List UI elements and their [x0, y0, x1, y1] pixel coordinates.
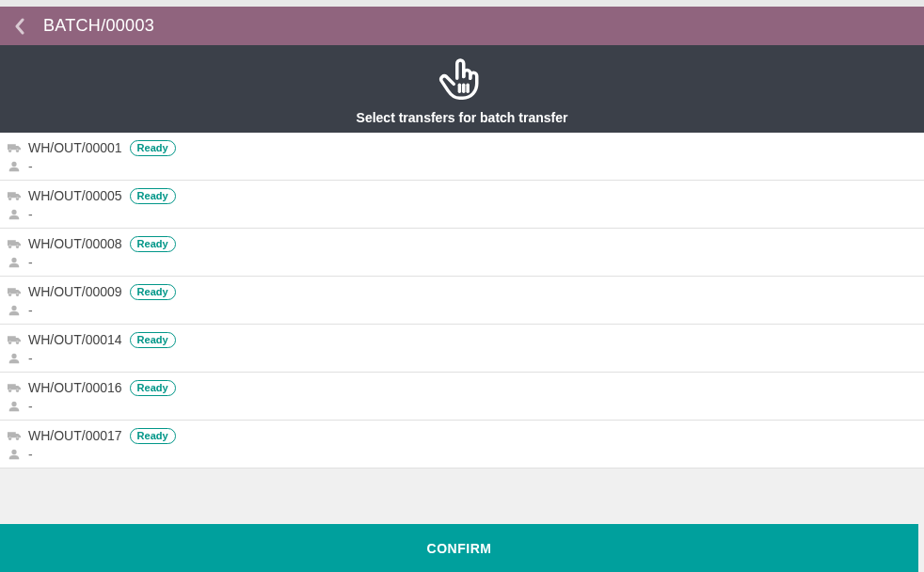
truck-icon	[8, 431, 21, 441]
window-chrome-strip	[0, 0, 924, 7]
transfer-row[interactable]: WH/OUT/00017 Ready -	[0, 421, 924, 469]
instruction-text: Select transfers for batch transfer	[357, 110, 568, 125]
status-badge: Ready	[130, 236, 176, 252]
user-icon	[8, 257, 21, 268]
transfer-row[interactable]: WH/OUT/00016 Ready -	[0, 373, 924, 421]
transfer-row[interactable]: WH/OUT/00008 Ready -	[0, 229, 924, 277]
status-badge: Ready	[130, 332, 176, 348]
transfer-name: WH/OUT/00016	[28, 380, 122, 395]
truck-icon	[8, 143, 21, 153]
responsible-value: -	[28, 159, 33, 174]
user-icon	[8, 305, 21, 316]
truck-icon	[8, 191, 21, 201]
responsible-value: -	[28, 399, 33, 414]
user-icon	[8, 353, 21, 364]
status-badge: Ready	[130, 428, 176, 444]
user-icon	[8, 209, 21, 220]
transfer-name: WH/OUT/00008	[28, 236, 122, 251]
responsible-value: -	[28, 207, 33, 222]
truck-icon	[8, 383, 21, 393]
transfer-name: WH/OUT/00005	[28, 188, 122, 203]
transfer-row[interactable]: WH/OUT/00014 Ready -	[0, 325, 924, 373]
truck-icon	[8, 335, 21, 345]
transfer-list: WH/OUT/00001 Ready - WH/OUT/00005 Ready …	[0, 133, 924, 469]
status-badge: Ready	[130, 284, 176, 300]
user-icon	[8, 401, 21, 412]
title-bar: BATCH/00003	[0, 7, 924, 45]
transfer-row[interactable]: WH/OUT/00001 Ready -	[0, 133, 924, 181]
transfer-name: WH/OUT/00014	[28, 332, 122, 347]
transfer-name: WH/OUT/00009	[28, 284, 122, 299]
responsible-value: -	[28, 255, 33, 270]
instruction-banner: Select transfers for batch transfer	[0, 45, 924, 133]
transfer-name: WH/OUT/00017	[28, 428, 122, 443]
status-badge: Ready	[130, 380, 176, 396]
truck-icon	[8, 239, 21, 249]
responsible-value: -	[28, 351, 33, 366]
status-badge: Ready	[130, 188, 176, 204]
confirm-label: CONFIRM	[427, 541, 492, 556]
chevron-left-icon	[13, 18, 26, 35]
back-button[interactable]	[9, 16, 30, 37]
hand-pointer-icon	[436, 54, 488, 106]
transfer-name: WH/OUT/00001	[28, 140, 122, 155]
main-scroll[interactable]: Select transfers for batch transfer WH/O…	[0, 45, 924, 572]
user-icon	[8, 449, 21, 460]
confirm-button[interactable]: CONFIRM	[0, 524, 918, 572]
status-badge: Ready	[130, 140, 176, 156]
responsible-value: -	[28, 447, 33, 462]
truck-icon	[8, 287, 21, 297]
page-title: BATCH/00003	[43, 16, 154, 36]
transfer-row[interactable]: WH/OUT/00005 Ready -	[0, 181, 924, 229]
responsible-value: -	[28, 303, 33, 318]
transfer-row[interactable]: WH/OUT/00009 Ready -	[0, 277, 924, 325]
user-icon	[8, 161, 21, 172]
